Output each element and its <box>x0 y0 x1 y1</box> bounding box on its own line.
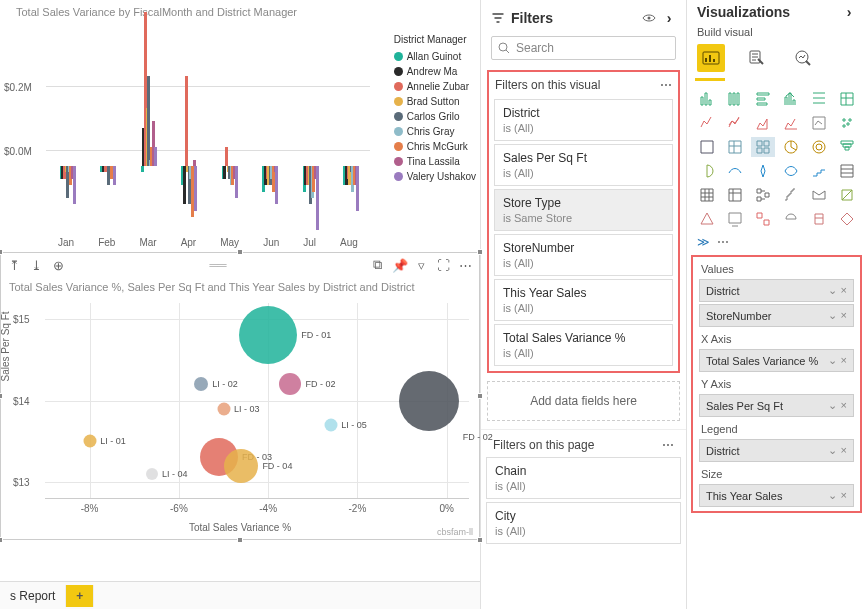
viz-type-icon[interactable] <box>779 209 803 229</box>
viz-type-icon[interactable] <box>723 161 747 181</box>
filter-card[interactable]: Sales Per Sq Ftis (All) <box>494 144 673 186</box>
well-field[interactable]: District⌄× <box>699 439 854 462</box>
viz-type-icon[interactable] <box>807 137 831 157</box>
viz-type-icon[interactable] <box>695 209 719 229</box>
data-bubble[interactable] <box>217 402 230 415</box>
well-field[interactable]: Sales Per Sq Ft⌄× <box>699 394 854 417</box>
well-field[interactable]: StoreNumber⌄× <box>699 304 854 327</box>
legend-item[interactable]: Chris Gray <box>394 124 476 139</box>
data-bubble[interactable] <box>399 371 459 431</box>
viz-type-icon[interactable] <box>695 185 719 205</box>
filter-card[interactable]: Cityis (All) <box>486 502 681 544</box>
viz-type-icon[interactable] <box>751 161 775 181</box>
chevron-down-icon[interactable]: ⌄ <box>828 284 837 297</box>
resize-handle[interactable] <box>477 537 483 543</box>
viz-type-icon[interactable] <box>751 185 775 205</box>
viz-type-icon[interactable] <box>751 137 775 157</box>
chevron-down-icon[interactable]: ⌄ <box>828 309 837 322</box>
scatter-chart-visual[interactable]: ⤒ ⤓ ⊕ ══ ⧉ 📌 ▿ ⛶ ⋯ Total Sales Variance … <box>0 252 480 540</box>
data-bubble[interactable] <box>279 373 301 395</box>
bar-chart-visual[interactable]: Total Sales Variance by FiscalMonth and … <box>0 0 480 252</box>
viz-type-icon[interactable] <box>807 185 831 205</box>
resize-handle[interactable] <box>0 249 3 255</box>
viz-type-icon[interactable] <box>751 209 775 229</box>
grip-icon[interactable]: ══ <box>209 258 226 272</box>
more-icon[interactable]: ⋯ <box>459 258 473 272</box>
filter-card[interactable]: StoreNumberis (All) <box>494 234 673 276</box>
page-tab[interactable]: s Report <box>0 585 66 607</box>
copy-icon[interactable]: ⧉ <box>371 258 385 272</box>
viz-type-icon[interactable] <box>807 161 831 181</box>
resize-handle[interactable] <box>0 393 3 399</box>
add-data-fields-dropzone[interactable]: Add data fields here <box>487 381 680 421</box>
legend-item[interactable]: Carlos Grilo <box>394 109 476 124</box>
chevron-down-icon[interactable]: ⌄ <box>828 399 837 412</box>
data-bubble[interactable] <box>83 435 96 448</box>
data-bubble[interactable] <box>224 449 258 483</box>
data-bubble[interactable] <box>146 468 158 480</box>
viz-type-icon[interactable] <box>779 113 803 133</box>
well-field[interactable]: This Year Sales⌄× <box>699 484 854 507</box>
viz-type-icon[interactable] <box>723 209 747 229</box>
viz-type-icon[interactable] <box>779 137 803 157</box>
remove-field-icon[interactable]: × <box>841 309 847 322</box>
section-more-icon[interactable]: ⋯ <box>660 78 672 92</box>
resize-handle[interactable] <box>477 393 483 399</box>
viz-type-icon[interactable] <box>779 161 803 181</box>
legend-item[interactable]: Andrew Ma <box>394 64 476 79</box>
filter-card[interactable]: This Year Salesis (All) <box>494 279 673 321</box>
filter-card[interactable]: Chainis (All) <box>486 457 681 499</box>
build-visual-tab[interactable] <box>697 44 725 72</box>
viz-type-icon[interactable] <box>835 113 859 133</box>
drill-up-icon[interactable]: ⤒ <box>7 258 21 272</box>
data-bubble[interactable] <box>324 418 337 431</box>
remove-field-icon[interactable]: × <box>841 284 847 297</box>
legend-item[interactable]: Annelie Zubar <box>394 79 476 94</box>
viz-type-icon[interactable] <box>695 113 719 133</box>
resize-handle[interactable] <box>237 249 243 255</box>
viz-type-icon[interactable] <box>723 89 747 109</box>
viz-type-icon[interactable] <box>835 89 859 109</box>
viz-type-icon[interactable] <box>807 113 831 133</box>
resize-handle[interactable] <box>0 537 3 543</box>
viz-type-icon[interactable] <box>695 137 719 157</box>
expand-icon[interactable]: ⊕ <box>51 258 65 272</box>
viz-type-icon[interactable] <box>723 113 747 133</box>
collapse-icon[interactable]: › <box>662 11 676 25</box>
analytics-tab[interactable] <box>789 44 817 72</box>
viz-type-icon[interactable] <box>751 89 775 109</box>
remove-field-icon[interactable]: × <box>841 444 847 457</box>
filter-search-input[interactable]: Search <box>491 36 676 60</box>
viz-type-icon[interactable] <box>779 185 803 205</box>
legend-item[interactable]: Brad Sutton <box>394 94 476 109</box>
viz-type-icon[interactable] <box>835 185 859 205</box>
add-page-button[interactable]: + <box>66 585 94 607</box>
filter-icon[interactable]: ▿ <box>415 258 429 272</box>
viz-type-icon[interactable] <box>751 113 775 133</box>
legend-item[interactable]: Chris McGurk <box>394 139 476 154</box>
collapse-icon[interactable]: › <box>842 5 856 19</box>
viz-type-icon[interactable] <box>835 137 859 157</box>
chevron-down-icon[interactable]: ⌄ <box>828 489 837 502</box>
drill-down-icon[interactable]: ⤓ <box>29 258 43 272</box>
data-bubble[interactable] <box>194 377 208 391</box>
resize-handle[interactable] <box>237 537 243 543</box>
viz-type-icon[interactable] <box>807 89 831 109</box>
pin-icon[interactable]: 📌 <box>393 258 407 272</box>
focus-icon[interactable]: ⛶ <box>437 258 451 272</box>
visibility-icon[interactable] <box>642 11 656 25</box>
viz-type-icon[interactable] <box>807 209 831 229</box>
filter-card[interactable]: Total Sales Variance %is (All) <box>494 324 673 366</box>
remove-field-icon[interactable]: × <box>841 354 847 367</box>
legend-item[interactable]: Valery Ushakov <box>394 169 476 184</box>
viz-type-icon[interactable] <box>723 185 747 205</box>
data-bubble[interactable] <box>239 306 297 364</box>
viz-type-icon[interactable] <box>835 209 859 229</box>
well-field[interactable]: District⌄× <box>699 279 854 302</box>
format-visual-tab[interactable] <box>743 44 771 72</box>
viz-type-icon[interactable] <box>723 137 747 157</box>
chevron-down-icon[interactable]: ⌄ <box>828 444 837 457</box>
viz-type-icon[interactable] <box>695 161 719 181</box>
more-visuals-icon[interactable]: ⋯ <box>717 235 729 249</box>
chevron-down-icon[interactable]: ⌄ <box>828 354 837 367</box>
